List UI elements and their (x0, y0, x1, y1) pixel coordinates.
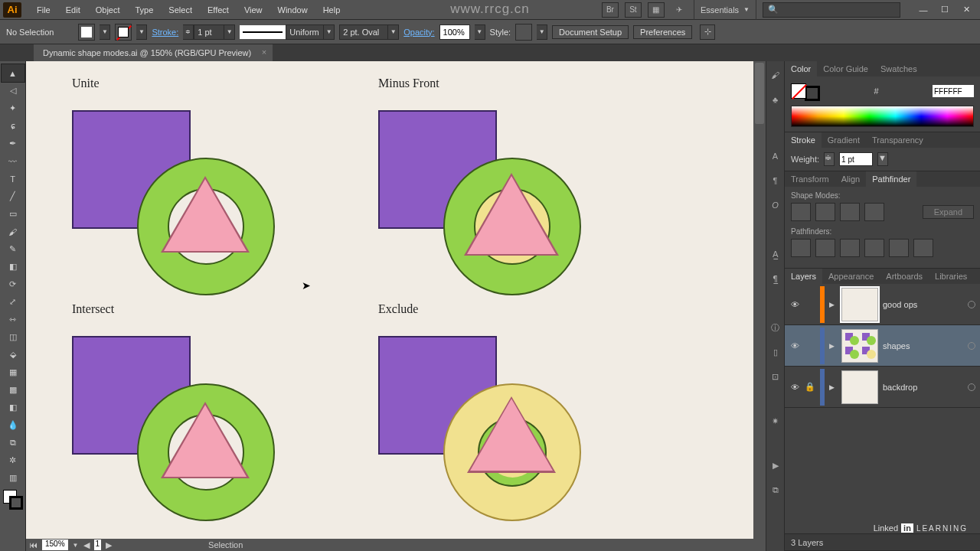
blend-tool-icon[interactable]: ⧉ (2, 434, 24, 452)
width-tool-icon[interactable]: ⇿ (2, 311, 24, 328)
type-tool-icon[interactable]: T (2, 170, 24, 187)
layer-row[interactable]: 👁 ▶ shapes (785, 325, 980, 367)
para-styles-panel-icon[interactable]: ¶̲ (768, 271, 783, 286)
stroke-profile[interactable] (240, 25, 286, 39)
mesh-tool-icon[interactable]: ▩ (2, 381, 24, 399)
layer-name[interactable]: backdrop (883, 383, 963, 392)
align-to-icon[interactable]: ⊹ (700, 24, 715, 40)
target-indicator-icon[interactable] (968, 301, 975, 308)
target-indicator-icon[interactable] (968, 342, 975, 350)
artboards-panel-icon[interactable]: ▯ (768, 344, 783, 360)
stock-icon[interactable]: St (625, 2, 642, 18)
shape-builder-tool-icon[interactable]: ⬙ (2, 346, 24, 364)
stroke-profile-name[interactable] (286, 24, 324, 40)
brushes-panel-icon[interactable]: 🖌 (768, 67, 783, 83)
preferences-button[interactable]: Preferences (633, 25, 692, 39)
style-dd-icon[interactable]: ▼ (537, 24, 547, 40)
visibility-toggle-icon[interactable]: 👁 (789, 383, 800, 392)
divide-button[interactable] (791, 239, 811, 257)
info-panel-icon[interactable]: ⓘ (768, 320, 783, 335)
asset-export-panel-icon[interactable]: ✷ (768, 413, 783, 429)
merge-button[interactable] (840, 239, 860, 257)
tab-appearance[interactable]: Appearance (822, 269, 880, 284)
menu-window[interactable]: Window (270, 5, 315, 15)
lock-toggle-icon[interactable]: 🔒 (805, 382, 815, 392)
tab-layers[interactable]: Layers (785, 269, 822, 284)
curvature-tool-icon[interactable]: 〰 (2, 152, 24, 170)
search-input[interactable]: 🔍 (763, 2, 900, 18)
rotate-tool-icon[interactable]: ⟳ (2, 276, 24, 293)
fill-dropdown-icon[interactable]: ▼ (100, 24, 110, 40)
opacity-input[interactable] (439, 24, 470, 40)
tab-align[interactable]: Align (835, 171, 866, 187)
fill-indicator[interactable] (791, 83, 806, 99)
crop-button[interactable] (864, 239, 884, 257)
free-transform-tool-icon[interactable]: ◫ (2, 328, 24, 346)
gradient-tool-icon[interactable]: ◧ (2, 399, 24, 416)
symbols-panel-icon[interactable]: ♣ (768, 92, 783, 107)
graphic-style-swatch[interactable] (515, 24, 532, 41)
menu-view[interactable]: View (237, 5, 270, 15)
hex-input[interactable] (933, 85, 974, 97)
lasso-tool-icon[interactable]: ɕ (2, 117, 24, 135)
symbol-sprayer-tool-icon[interactable]: ✲ (2, 452, 24, 469)
column-graph-tool-icon[interactable]: ▥ (2, 469, 24, 487)
char-styles-panel-icon[interactable]: A̲ (768, 246, 783, 262)
layer-row[interactable]: 👁 🔒 ▶ backdrop (785, 367, 980, 408)
tab-close-icon[interactable]: × (262, 47, 266, 57)
tab-color-guide[interactable]: Color Guide (817, 61, 874, 77)
artboard-number[interactable]: 1 (94, 540, 102, 550)
expand-layer-icon[interactable]: ▶ (829, 342, 837, 350)
direct-selection-tool-icon[interactable]: ◁ (2, 82, 24, 99)
line-tool-icon[interactable]: ╱ (2, 187, 24, 205)
stroke-profile-dd-icon[interactable]: ▼ (324, 24, 335, 40)
tab-stroke[interactable]: Stroke (785, 132, 822, 148)
bridge-icon[interactable]: Br (602, 2, 619, 18)
tab-transparency[interactable]: Transparency (866, 132, 929, 148)
expand-layer-icon[interactable]: ▶ (829, 383, 837, 391)
menu-file[interactable]: File (29, 5, 58, 15)
stroke-swatch[interactable] (115, 24, 132, 41)
artboard-prev-icon[interactable]: ◀ (83, 540, 90, 550)
weight-stepper[interactable]: ≑ (824, 152, 835, 166)
eyedropper-tool-icon[interactable]: 💧 (2, 416, 24, 434)
gpu-icon[interactable]: ✈ (671, 2, 688, 18)
expand-button[interactable]: Expand (923, 205, 974, 219)
weight-dd-icon[interactable]: ▼ (877, 152, 888, 166)
opacity-panel-link[interactable]: Opacity: (403, 28, 434, 37)
workspace-switcher[interactable]: Essentials ▼ (694, 0, 756, 20)
trim-button[interactable] (815, 239, 835, 257)
stroke-dropdown-icon[interactable]: ▼ (136, 24, 147, 40)
tab-swatches[interactable]: Swatches (874, 61, 923, 77)
tab-color[interactable]: Color (785, 61, 817, 77)
visibility-toggle-icon[interactable]: 👁 (789, 341, 800, 350)
menu-edit[interactable]: Edit (58, 5, 88, 15)
selection-tool-icon[interactable]: ▲ (2, 64, 24, 82)
menu-help[interactable]: Help (315, 5, 348, 15)
target-indicator-icon[interactable] (968, 383, 975, 391)
window-close-icon[interactable]: ✕ (956, 2, 977, 18)
paintbrush-tool-icon[interactable]: 🖌 (2, 223, 24, 240)
menu-object[interactable]: Object (88, 5, 128, 15)
stroke-weight-stepper[interactable]: ≑ (183, 24, 194, 40)
tab-transform[interactable]: Transform (785, 171, 835, 187)
fill-swatch[interactable] (78, 24, 95, 41)
weight-input[interactable] (839, 152, 873, 166)
artboard-first-icon[interactable]: ⏮ (29, 540, 38, 549)
character-panel-icon[interactable]: A (768, 148, 783, 164)
layer-name[interactable]: good ops (883, 300, 963, 309)
zoom-dd-icon[interactable]: ▼ (73, 542, 79, 549)
stroke-weight-input[interactable] (194, 24, 224, 40)
menu-effect[interactable]: Effect (200, 5, 237, 15)
brush-dd-icon[interactable]: ▼ (388, 24, 399, 40)
layer-row[interactable]: 👁 ▶ good ops (785, 284, 980, 325)
paragraph-panel-icon[interactable]: ¶ (768, 173, 783, 188)
shaper-tool-icon[interactable]: ✎ (2, 240, 24, 258)
minus-back-button[interactable] (913, 239, 933, 257)
document-setup-button[interactable]: Document Setup (552, 25, 629, 39)
links-panel-icon[interactable]: ⧉ (768, 482, 783, 497)
rectangle-tool-icon[interactable]: ▭ (2, 205, 24, 223)
tab-libraries[interactable]: Libraries (929, 269, 973, 284)
pen-tool-icon[interactable]: ✒ (2, 135, 24, 152)
window-minimize-icon[interactable]: — (913, 2, 934, 18)
